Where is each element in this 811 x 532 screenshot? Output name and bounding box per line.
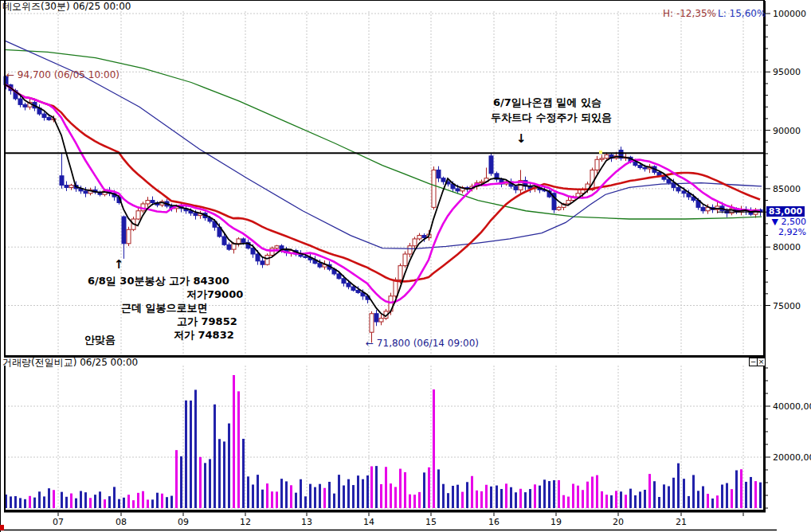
volume-bar [702,486,704,508]
volume-bar [295,493,297,508]
candle-body [69,186,73,188]
candle-body [256,254,260,261]
volume-bar [456,485,459,508]
volume-bar [572,484,574,508]
volume-bar [247,476,249,508]
corner-mark [0,525,4,530]
volume-bar [218,439,221,508]
volume-bar [156,493,159,508]
ma-red-line [6,84,760,281]
volume-bar [697,491,699,508]
time-axis-label: 08 [116,517,127,527]
candle-body [676,187,680,190]
candle-body [151,201,155,203]
volume-bar [29,496,31,508]
volume-bar [476,491,478,508]
volume-bar [137,493,139,508]
volume-bar [48,488,50,508]
volume-bar [362,479,364,508]
volume-bar [132,500,135,508]
volume-bar [127,495,130,508]
volume-bar [596,475,598,508]
candle-body [122,217,126,244]
time-axis-label: 16 [488,517,500,527]
volume-bar [707,494,709,508]
time-axis-label: 09 [178,517,189,527]
volume-bar [123,498,125,508]
price-axis-label: 95000 [773,67,801,77]
annotation-session-high: ← 94,700 (06/05 10:00) [6,70,119,80]
volume-bar [209,459,211,508]
volume-bar [266,483,268,508]
volume-bar [33,498,36,508]
volume-panel-bottom-border [4,510,766,513]
volume-bar [300,479,302,508]
annotation-session-low: ← 71,800 (06/14 09:00) [366,338,479,349]
volume-bar [385,467,387,508]
volume-bar [175,450,178,508]
volume-bar [375,466,378,508]
volume-bar [428,467,430,508]
volume-bar [409,495,411,508]
candle-body [682,191,686,194]
volume-bar [716,495,719,508]
candle-body [251,248,255,254]
candle-body [318,264,322,267]
volume-bar [683,479,685,508]
volume-bar [591,476,594,508]
volume-bar [605,495,608,508]
candle-body [222,237,226,244]
volume-bar [653,481,656,508]
volume-bar [711,499,714,508]
volume-bar [118,499,120,508]
volume-bar [447,493,449,508]
candle-body [701,207,705,210]
volume-bar [582,490,584,508]
annotation-0608-wrong: 안맞음 [84,334,116,346]
volume-bar [290,485,292,508]
last-price-change-pct: 2,92% [765,228,806,237]
volume-bar [70,494,72,508]
volume-bar [620,491,622,508]
time-axis-label: 07 [53,517,64,527]
price-axis-label: 90000 [773,126,801,136]
candle-body [304,256,308,257]
candle-body [261,261,264,264]
annotation-0608-line5: 저가 74832 [174,330,234,341]
volume-bar [257,475,259,508]
candle-body [194,213,198,216]
candle-body [403,254,407,266]
volume-bar [309,484,311,508]
candle-body [638,166,642,168]
candle-body [42,114,46,117]
volume-bar [505,483,507,508]
candle-body [227,244,231,249]
volume-bar [629,489,632,508]
range-high-pct-label: H: -12,35% [663,9,716,19]
volume-bar [519,489,522,508]
volume-bar [151,499,154,508]
volume-bar [14,496,17,508]
volume-bar [185,401,187,508]
volume-bar [490,487,492,508]
candle-body [146,201,150,204]
candle-body [489,156,493,174]
candle-body [356,290,360,292]
highlight-dot [599,151,602,154]
volume-bar [19,498,22,508]
volume-bar [53,490,55,508]
annotation-0608-line3: 근데 일봉으로보면 [121,303,208,314]
volume-bar [500,489,503,508]
close-button[interactable]: × [757,358,766,366]
candle-body [633,162,637,165]
volume-bar [333,494,335,508]
volume-bar [658,497,660,508]
volume-bar [65,497,68,508]
volume-bar [745,482,747,508]
candle-body [275,246,279,248]
candle-body [557,207,561,209]
volume-bar [190,401,192,508]
volume-bar [539,486,541,508]
volume-bar [319,484,321,508]
volume-bar [496,486,498,508]
